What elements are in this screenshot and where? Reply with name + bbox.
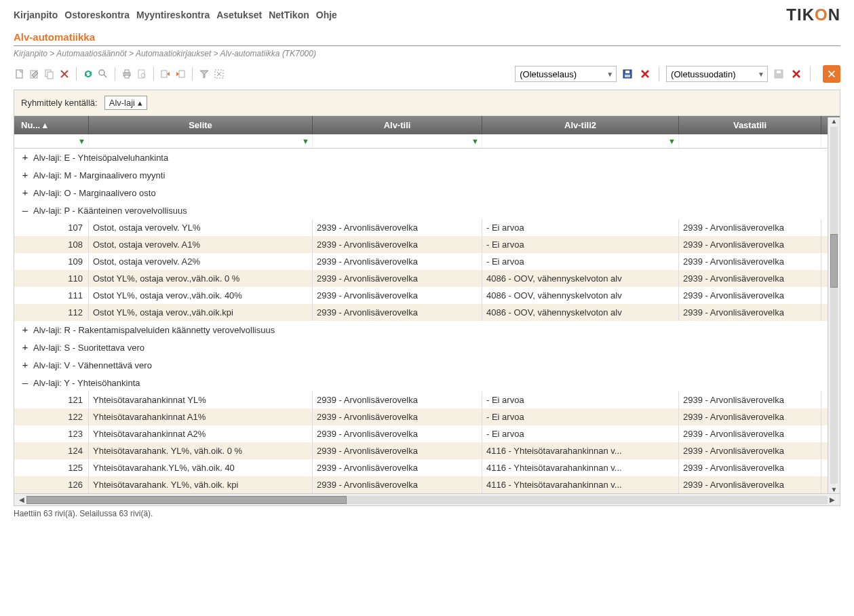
- scroll-down-icon[interactable]: ▼: [828, 486, 840, 493]
- export-icon[interactable]: [159, 68, 172, 80]
- expand-icon[interactable]: +: [21, 152, 29, 163]
- copy-icon[interactable]: [43, 68, 56, 80]
- group-label: Alv-laji: M - Marginaalivero myynti: [33, 170, 165, 180]
- table-row[interactable]: 125Yhteisötavarahank.YL%, väh.oik. 40293…: [14, 459, 840, 476]
- scroll-thumb-v[interactable]: [830, 234, 838, 288]
- cell-selite: Ostot YL%, ostaja verov.,väh.oik. 40%: [89, 287, 313, 304]
- menu-ohje[interactable]: Ohje: [316, 9, 337, 20]
- group-row[interactable]: –Alv-laji: Y - Yhteisöhankinta: [14, 374, 840, 391]
- collapse-icon[interactable]: –: [21, 205, 29, 216]
- save-browse-icon[interactable]: [621, 67, 634, 81]
- delete-filter-icon[interactable]: [790, 67, 803, 81]
- logo-suffix: N: [828, 5, 840, 24]
- print-icon[interactable]: [121, 68, 133, 80]
- scroll-up-icon[interactable]: ▲: [828, 117, 840, 125]
- edit-icon[interactable]: [28, 68, 41, 80]
- table-row[interactable]: 126Yhteisötavarahank. YL%, väh.oik. kpi2…: [14, 476, 840, 493]
- table-row[interactable]: 108Ostot, ostaja verovelv. A1%2939 - Arv…: [14, 236, 840, 253]
- filter-icon[interactable]: [198, 68, 210, 80]
- table-row[interactable]: 107Ostot, ostaja verovelv. YL%2939 - Arv…: [14, 219, 840, 236]
- group-label: Alv-laji: S - Suoritettava vero: [33, 343, 144, 353]
- table-row[interactable]: 111Ostot YL%, ostaja verov.,väh.oik. 40%…: [14, 287, 840, 304]
- table-row[interactable]: 112Ostot YL%, ostaja verov.,väh.oik.kpi2…: [14, 304, 840, 321]
- table-row[interactable]: 124Yhteisötavarahank. YL%, väh.oik. 0 %2…: [14, 442, 840, 459]
- filter-alvtili2-icon[interactable]: ▼: [668, 137, 676, 145]
- group-row[interactable]: +Alv-laji: V - Vähennettävä vero: [14, 356, 840, 374]
- chevron-down-icon[interactable]: ▼: [755, 71, 767, 78]
- cell-alvtili: 2939 - Arvonlisäverovelka: [313, 476, 482, 493]
- cell-nu: 125: [14, 459, 89, 476]
- cell-nu: 109: [14, 253, 89, 270]
- cell-nu: 110: [14, 270, 89, 287]
- data-grid: Ryhmittely kentällä: Alv-laji▴ Nu... ▴ S…: [14, 90, 840, 506]
- group-row[interactable]: +Alv-laji: E - Yhteisöpalveluhankinta: [14, 149, 840, 166]
- browse-select[interactable]: ▼: [515, 66, 617, 82]
- table-row[interactable]: 121Yhteisötavarahankinnat YL%2939 - Arvo…: [14, 391, 840, 408]
- group-row[interactable]: +Alv-laji: M - Marginaalivero myynti: [14, 166, 840, 184]
- col-header-alvtili2[interactable]: Alv-tili2: [482, 116, 679, 134]
- preview-icon[interactable]: [136, 68, 148, 80]
- expand-icon[interactable]: +: [21, 187, 29, 198]
- menu-kirjanpito[interactable]: Kirjanpito: [14, 9, 58, 20]
- scroll-right-icon[interactable]: ▶: [828, 496, 837, 503]
- delete-browse-icon[interactable]: [638, 67, 652, 81]
- grouping-field[interactable]: Alv-laji▴: [104, 96, 147, 110]
- scroll-thumb-h[interactable]: [26, 496, 347, 504]
- delete-icon[interactable]: [58, 68, 71, 80]
- import-icon[interactable]: [174, 68, 187, 80]
- horizontal-scrollbar[interactable]: ◀ ▶: [14, 493, 840, 505]
- expand-icon[interactable]: [213, 68, 225, 80]
- menu-myyntireskontra[interactable]: Myyntireskontra: [136, 9, 210, 20]
- expand-icon[interactable]: +: [21, 324, 29, 335]
- cell-vastatili: 2939 - Arvonlisäverovelka: [679, 425, 821, 442]
- cell-selite: Yhteisötavarahankinnat A2%: [89, 425, 313, 442]
- cell-selite: Ostot, ostaja verovelv. A2%: [89, 253, 313, 270]
- menu-nettikon[interactable]: NetTikon: [269, 9, 309, 20]
- chevron-down-icon[interactable]: ▼: [604, 71, 616, 78]
- search-icon[interactable]: [97, 68, 109, 80]
- filter-input[interactable]: [667, 68, 755, 81]
- cell-alvtili: 2939 - Arvonlisäverovelka: [313, 391, 482, 408]
- expand-icon[interactable]: +: [21, 360, 29, 370]
- group-row[interactable]: +Alv-laji: S - Suoritettava vero: [14, 339, 840, 356]
- expand-icon[interactable]: +: [21, 342, 29, 353]
- cell-nu: 126: [14, 476, 89, 493]
- cell-nu: 107: [14, 219, 89, 236]
- menu-asetukset[interactable]: Asetukset: [216, 9, 262, 20]
- filter-nu-icon[interactable]: ▼: [78, 137, 85, 145]
- close-button[interactable]: [823, 65, 840, 83]
- cell-alvtili2: 4116 - Yhteisötavarahankinnan v...: [482, 459, 679, 476]
- table-row[interactable]: 122Yhteisötavarahankinnat A1%2939 - Arvo…: [14, 408, 840, 425]
- group-row[interactable]: –Alv-laji: P - Käänteinen verovelvollisu…: [14, 201, 840, 219]
- expand-icon[interactable]: +: [21, 170, 29, 180]
- filter-select[interactable]: ▼: [666, 66, 768, 82]
- new-icon[interactable]: [14, 68, 26, 80]
- vertical-scrollbar[interactable]: ▲ ▼: [828, 117, 840, 493]
- scroll-left-icon[interactable]: ◀: [17, 496, 26, 503]
- filter-selite-icon[interactable]: ▼: [302, 137, 309, 145]
- collapse-icon[interactable]: –: [21, 377, 29, 388]
- menu-ostoreskontra[interactable]: Ostoreskontra: [64, 9, 130, 20]
- table-row[interactable]: 110Ostot YL%, ostaja verov.,väh.oik. 0 %…: [14, 270, 840, 287]
- table-row[interactable]: 123Yhteisötavarahankinnat A2%2939 - Arvo…: [14, 425, 840, 442]
- group-row[interactable]: +Alv-laji: O - Marginaalivero osto: [14, 184, 840, 201]
- table-row[interactable]: 109Ostot, ostaja verovelv. A2%2939 - Arv…: [14, 253, 840, 270]
- group-label: Alv-laji: O - Marginaalivero osto: [33, 188, 156, 198]
- col-header-nu[interactable]: Nu... ▴: [14, 116, 89, 134]
- save-filter-icon[interactable]: [772, 67, 785, 81]
- filter-alvtili-icon[interactable]: ▼: [471, 137, 479, 145]
- cell-alvtili: 2939 - Arvonlisäverovelka: [313, 219, 482, 236]
- col-header-vastatili[interactable]: Vastatili: [679, 116, 821, 134]
- cell-vastatili: 2939 - Arvonlisäverovelka: [679, 253, 821, 270]
- grouping-label: Ryhmittely kentällä:: [21, 98, 98, 108]
- status-bar: Haettiin 63 rivi(ä). Selailussa 63 rivi(…: [0, 506, 854, 521]
- refresh-icon[interactable]: [82, 68, 94, 80]
- browse-input[interactable]: [516, 68, 604, 81]
- col-header-alvtili[interactable]: Alv-tili: [313, 116, 482, 134]
- svg-rect-6: [125, 70, 129, 73]
- col-header-selite[interactable]: Selite: [89, 116, 313, 134]
- cell-nu: 121: [14, 391, 89, 408]
- cell-alvtili2: - Ei arvoa: [482, 408, 679, 425]
- group-row[interactable]: +Alv-laji: R - Rakentamispalveluiden kää…: [14, 321, 840, 339]
- cell-selite: Yhteisötavarahank.YL%, väh.oik. 40: [89, 459, 313, 476]
